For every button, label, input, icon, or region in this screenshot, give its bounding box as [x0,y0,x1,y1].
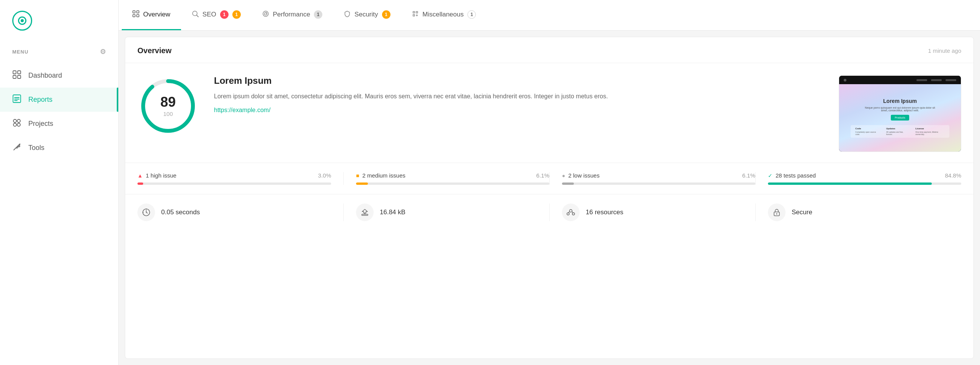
gauge-label: 89 100 [160,95,176,117]
medium-issue-bar-fill [356,182,368,185]
passed-issue-bar-track [768,182,961,185]
size-stat-icon [356,204,374,221]
sidebar-item-projects[interactable]: Projects [0,112,118,136]
low-issue-bar-track [562,182,755,185]
svg-point-29 [572,213,575,215]
seo-badge-yellow: 1 [232,10,241,19]
menu-header: MENU ⚙ [0,41,118,60]
time-stat-icon [137,204,155,221]
tab-misc-label: Miscellaneous [423,11,464,18]
gauge-max-value: 100 [160,111,176,117]
misc-tab-icon [412,10,419,19]
score-gauge: 89 100 [137,75,199,137]
logo-dot [21,19,24,22]
tab-overview-label: Overview [143,11,170,18]
sidebar: MENU ⚙ Dashboard [0,0,119,365]
misc-badge: 1 [467,10,476,19]
svg-point-28 [567,213,569,215]
preview-cta-button: Products [891,115,909,121]
preview-footer-label-3: License [915,127,944,130]
security-badge: 1 [382,10,390,19]
tab-security-label: Security [354,11,378,18]
tab-seo[interactable]: SEO 1 1 [181,0,252,30]
passed-issue-percent: 84.8% [945,172,961,179]
main-content: Overview SEO 1 1 Performance 1 [119,0,980,365]
preview-nav-links [916,79,956,81]
content-area: Overview 1 minute ago 89 100 Lorem Ipsum… [125,37,974,359]
security-tab-icon [344,10,351,19]
svg-rect-13 [137,11,139,13]
tab-miscellaneous[interactable]: Miscellaneous 1 [401,0,487,30]
svg-line-22 [146,212,147,213]
seo-badge-red: 1 [220,10,229,19]
size-stat-value: 16.84 kB [380,209,405,216]
preview-nav-dot [844,79,846,81]
svg-line-31 [572,212,573,213]
tab-performance[interactable]: Performance 1 [252,0,333,30]
preview-nav-link-1 [916,79,927,81]
svg-rect-3 [18,75,21,78]
preview-site-title: Lorem Ipsum [883,98,917,104]
resources-stat-icon [562,204,580,221]
sidebar-item-reports[interactable]: Reports [0,88,118,112]
preview-footer-text-2: All updates are free, forever. [886,131,908,135]
svg-point-27 [570,210,572,212]
preview-footer-col-1: Code Completely open source code. [855,127,879,135]
issue-low-label: ● 2 low issues [562,172,599,179]
tab-security[interactable]: Security 1 [333,0,401,30]
tools-icon [12,143,21,153]
site-description-text: Lorem ipsum dolor sit amet, consectetur … [214,91,823,101]
settings-icon[interactable]: ⚙ [100,47,106,56]
seo-tab-icon [192,10,199,19]
high-issue-icon: ▲ [137,173,143,179]
medium-issue-percent: 6.1% [536,172,549,179]
issue-low: ● 2 low issues 6.1% [549,172,755,185]
issue-high-label: ▲ 1 high issue [137,172,176,179]
svg-line-17 [197,15,198,17]
svg-point-8 [13,119,16,122]
logo-icon [12,11,32,31]
svg-point-10 [13,123,16,126]
svg-point-16 [193,11,197,16]
secure-stat-icon [768,204,786,221]
high-issue-bar-track [137,182,331,185]
preview-site-subtitle: Neque porro quisquam est qui dolorem ips… [862,106,938,112]
sidebar-item-tools[interactable]: Tools [0,136,118,160]
sidebar-item-dashboard[interactable]: Dashboard [0,64,118,88]
preview-nav-link-2 [931,79,942,81]
stat-secure: Secure [755,204,961,221]
resources-stat-value: 16 resources [586,209,623,216]
score-section: 89 100 Lorem Ipsum Lorem ipsum dolor sit… [125,63,973,163]
sidebar-item-reports-label: Reports [28,96,52,104]
time-stat-value: 0.05 seconds [161,209,200,216]
sidebar-item-tools-label: Tools [28,144,44,152]
site-url-link[interactable]: https://example.com/ [214,107,271,113]
svg-rect-4 [13,95,21,103]
passed-issue-icon: ✓ [768,173,773,179]
issue-high: ▲ 1 high issue 3.0% [137,172,343,185]
low-issue-icon: ● [562,173,565,179]
issue-passed: ✓ 28 tests passed 84.8% [755,172,961,185]
svg-rect-14 [133,15,135,17]
tab-seo-label: SEO [203,11,216,18]
secure-stat-value: Secure [792,209,812,216]
issue-passed-label: ✓ 28 tests passed [768,172,816,179]
tab-overview[interactable]: Overview [122,0,181,30]
projects-icon [12,119,21,129]
preview-footer-col-2: Updates All updates are free, forever. [886,127,908,135]
sidebar-item-dashboard-label: Dashboard [28,72,62,80]
stat-resources: 16 resources [549,204,755,221]
stats-row: 0.05 seconds 16.84 kB [125,194,973,230]
performance-tab-icon [262,10,269,19]
high-issue-percent: 3.0% [318,172,331,179]
low-issue-bar-fill [562,182,574,185]
sidebar-item-projects-label: Projects [28,120,53,128]
preview-footer: Code Completely open source code. Update… [851,125,949,138]
stat-time: 0.05 seconds [137,204,343,221]
reports-icon [12,95,21,105]
issue-low-header: ● 2 low issues 6.1% [562,172,755,179]
logo-inner-ring [18,16,26,25]
logo-area [0,0,118,41]
high-issue-bar-fill [137,182,143,185]
low-issue-percent: 6.1% [742,172,755,179]
